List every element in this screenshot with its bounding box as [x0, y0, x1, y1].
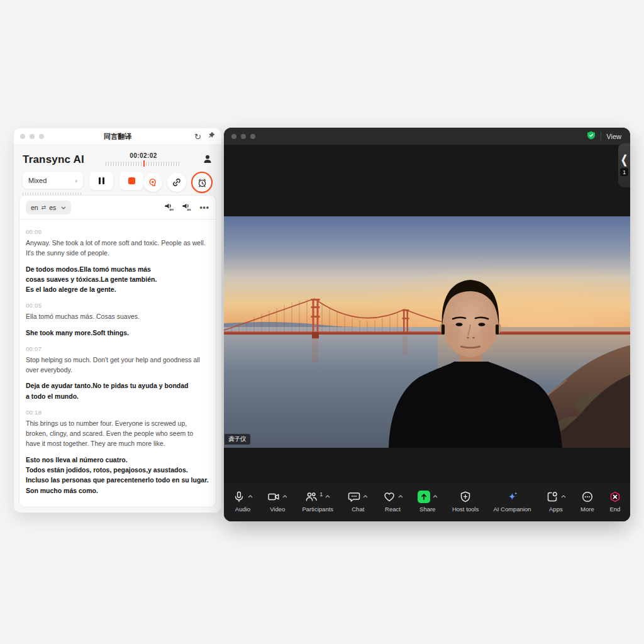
transcript-entry: 00:07 Stop helping so much. Don't get yo…: [26, 345, 209, 401]
share-button[interactable]: Share: [418, 490, 438, 513]
pin-icon[interactable]: [208, 132, 215, 141]
transcript-entry: 00:18 This brings us to number four. Eve…: [26, 409, 209, 496]
link-icon: [172, 177, 182, 187]
entry-timestamp: 00:18: [26, 409, 209, 416]
translator-titlebar: 同言翻译 ↻: [14, 128, 221, 145]
entry-timestamp: 00:00: [26, 228, 209, 235]
entry-source-text: Stop helping so much. Don't get your hel…: [26, 355, 209, 375]
chevron-right-icon: ›: [75, 177, 77, 184]
participants-icon: [305, 491, 318, 503]
transcript-entry: 00:05 Ella tomó muchas más. Cosas suaves…: [26, 302, 209, 338]
account-icon[interactable]: [203, 154, 213, 167]
link-button[interactable]: [167, 173, 186, 192]
ai-companion-button[interactable]: AI Companion: [493, 490, 531, 513]
translator-window: 同言翻译 ↻ Transync AI 00:02:02 Mixed ›: [14, 128, 221, 513]
language-pair-selector[interactable]: en ⇄ es: [26, 201, 71, 214]
caret-up-icon[interactable]: [363, 495, 368, 498]
mode-selector[interactable]: Mixed ›: [23, 172, 83, 189]
more-icon: [581, 491, 594, 503]
stop-icon: [128, 177, 135, 184]
waveform-ruler: [106, 162, 181, 166]
svg-text:en: en: [170, 208, 174, 211]
entry-source-text: Ella tomó muchas más. Cosas suaves.: [26, 311, 209, 321]
view-button[interactable]: View: [606, 133, 621, 140]
caret-up-icon[interactable]: [248, 495, 253, 498]
entry-timestamp: 00:07: [26, 345, 209, 352]
speaker-en-icon[interactable]: en: [164, 202, 174, 214]
entry-translation-text: De todos modos.Ella tomó muchas más cosa…: [26, 264, 209, 295]
entry-timestamp: 00:05: [26, 302, 209, 309]
caret-up-icon[interactable]: [561, 495, 566, 498]
host-tools-button[interactable]: Host tools: [452, 490, 479, 513]
voice-head-icon: [148, 177, 158, 187]
stop-button[interactable]: [119, 172, 143, 190]
collapsed-panel-toggle[interactable]: ❮ 1: [618, 143, 630, 187]
meeting-toolbar: Audio Video 1 Participants Chat: [224, 483, 630, 521]
transcript-card: en ⇄ es en es ••• 00:00 Anyway. She took…: [19, 195, 216, 508]
caret-up-icon[interactable]: [398, 495, 403, 498]
end-button[interactable]: End: [609, 490, 621, 513]
entry-translation-text: She took many more.Soft things.: [26, 328, 209, 338]
caret-up-icon[interactable]: [325, 495, 330, 498]
refresh-icon[interactable]: ↻: [194, 133, 201, 141]
traffic-lights[interactable]: [231, 134, 255, 139]
security-shield-icon[interactable]: [587, 131, 596, 142]
window-title: 同言翻译: [14, 132, 221, 142]
video-tile: 龚子仪: [224, 216, 630, 448]
video-button[interactable]: Video: [267, 490, 287, 513]
chevron-left-icon: ❮: [621, 153, 628, 166]
microphone-icon: [233, 491, 245, 503]
participants-button[interactable]: 1 Participants: [302, 490, 333, 513]
end-meeting-icon: [609, 491, 621, 503]
app-title: Transync AI: [23, 153, 84, 166]
entry-translation-text: Esto nos lleva al número cuatro. Todos e…: [26, 455, 209, 496]
caret-up-icon[interactable]: [433, 495, 438, 498]
share-screen-icon: [418, 491, 430, 503]
more-options-icon[interactable]: •••: [199, 203, 209, 212]
voice-ai-button[interactable]: [143, 173, 162, 192]
speaker-es-icon[interactable]: es: [182, 202, 191, 214]
apps-button[interactable]: Apps: [546, 490, 566, 513]
apps-icon: [546, 491, 558, 503]
participant-name-tag: 龚子仪: [225, 434, 250, 445]
react-button[interactable]: React: [383, 490, 403, 513]
pause-icon: [99, 177, 104, 184]
host-tools-shield-icon: [459, 491, 472, 503]
audio-button[interactable]: Audio: [233, 490, 253, 513]
chevron-down-icon: [61, 206, 66, 209]
heart-icon: [383, 491, 396, 503]
zoom-titlebar: View: [224, 128, 630, 145]
caret-up-icon[interactable]: [282, 495, 287, 498]
virtual-background-golden-gate: [224, 216, 630, 448]
participants-count: 1: [319, 491, 323, 497]
recording-timer: 00:02:02: [130, 152, 157, 159]
camera-icon: [267, 491, 280, 503]
chat-button[interactable]: Chat: [348, 490, 368, 513]
pause-button[interactable]: [89, 172, 113, 190]
chat-icon: [348, 491, 360, 503]
more-button[interactable]: More: [580, 490, 594, 513]
alarm-clock-icon: [197, 177, 208, 188]
transcript-entry: 00:00 Anyway. She took a lot of more sof…: [26, 228, 209, 294]
participant-count-badge: 1: [620, 168, 628, 176]
entry-translation-text: Deja de ayudar tanto.No te pidas tu ayud…: [26, 380, 209, 401]
svg-text:es: es: [187, 208, 191, 211]
alarm-button[interactable]: [191, 172, 213, 193]
transcript-entries: 00:00 Anyway. She took a lot of more sof…: [19, 219, 216, 507]
ai-sparkle-icon: [506, 491, 519, 503]
swap-arrows-icon: ⇄: [42, 204, 47, 211]
zoom-meeting-window: View: [224, 128, 630, 521]
entry-source-text: Anyway. She took a lot of more soft and …: [26, 238, 209, 258]
entry-source-text: This brings us to number four. Everyone …: [26, 418, 209, 449]
